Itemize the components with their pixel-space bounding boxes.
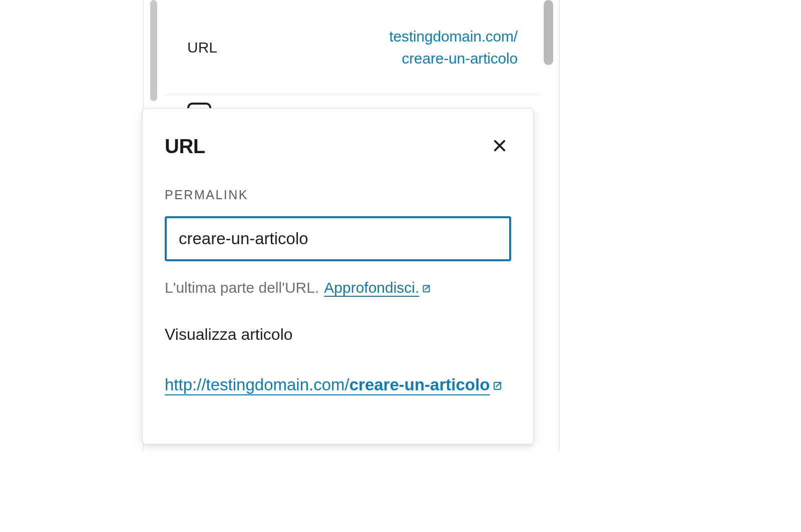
close-button[interactable] [488,135,511,158]
url-setting-row[interactable]: URL testingdomain.com/ creare-un-articol… [165,0,542,95]
url-row-value-line1: testingdomain.com/ [389,28,518,45]
permalink-input[interactable] [165,216,511,261]
full-url-link[interactable]: http://testingdomain.com/creare-un-artic… [165,375,504,394]
permalink-help-text-static: L'ultima parte dell'URL. [165,278,319,297]
external-link-icon [421,279,432,298]
url-popover: URL PERMALINK L'ultima parte dell'URL. A… [142,108,534,444]
popover-title: URL [165,135,205,158]
learn-more-link-text: Approfondisci. [324,279,419,296]
full-url-slug: creare-un-articolo [349,375,490,394]
external-link-icon [492,373,504,399]
close-icon [492,138,508,155]
scrollbar-thumb-inner[interactable] [150,0,157,101]
popover-header: URL [165,135,511,158]
permalink-field-label: PERMALINK [165,188,511,202]
url-row-value-line2: creare-un-articolo [402,50,518,67]
full-url-prefix: http://testingdomain.com/ [165,375,349,394]
permalink-help-text: L'ultima parte dell'URL. Approfondisci. [165,278,511,298]
learn-more-link[interactable]: Approfondisci. [324,278,432,298]
url-row-value: testingdomain.com/ creare-un-articolo [389,26,518,69]
view-article-label: Visualizza articolo [165,325,511,344]
scrollbar-thumb-outer[interactable] [544,0,553,65]
url-row-label: URL [187,39,217,56]
